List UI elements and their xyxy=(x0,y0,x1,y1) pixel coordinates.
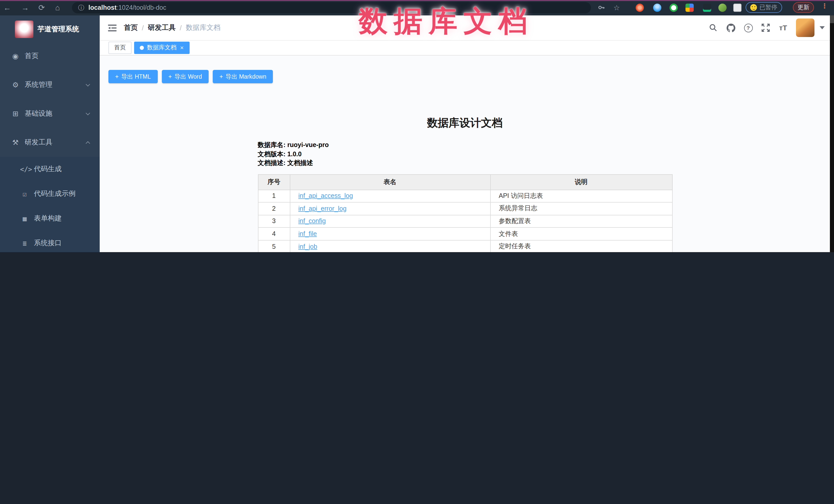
export-button-label: 导出 Word xyxy=(174,73,202,81)
export-button-导出 Word[interactable]: +导出 Word xyxy=(161,70,208,83)
puzzle-extension-icon[interactable] xyxy=(733,4,742,12)
table-name-link[interactable]: inf_job xyxy=(298,243,317,250)
row-index-cell: 1 xyxy=(258,190,290,202)
db-doc: 数据库设计文档 数据库名: ruoyi-vue-pro文档版本: 1.0.0文档… xyxy=(258,116,672,252)
sidebar-subitem-代码生成示例[interactable]: ☑代码生成示例 xyxy=(0,181,100,206)
table-row: 2inf_api_error_log系统异常日志 xyxy=(258,202,672,215)
help-icon[interactable]: ? xyxy=(740,23,757,32)
doc-meta-label: 数据库名: xyxy=(258,141,287,149)
sidebar-subitem-代码生成[interactable]: </>代码生成 xyxy=(0,157,100,181)
sidebar-menu: ◉首页⚙系统管理⊞基础设施⚒研发工具 xyxy=(0,42,100,157)
close-tab-icon[interactable]: × xyxy=(180,44,184,51)
font-size-icon[interactable]: тT xyxy=(774,24,792,32)
tags-view-bar: 首页数据库文档× xyxy=(100,40,830,56)
tab-label: 首页 xyxy=(114,44,126,51)
main-content: +导出 HTML+导出 Word+导出 Markdown 数据库设计文档 数据库… xyxy=(100,55,830,252)
fullscreen-icon[interactable] xyxy=(757,24,774,32)
plus-icon: + xyxy=(115,73,119,80)
doc-meta-line: 数据库名: ruoyi-vue-pro xyxy=(258,141,672,150)
site-info-icon[interactable]: ⓘ xyxy=(78,3,84,12)
page-scrollbar-thumb[interactable] xyxy=(830,23,834,252)
export-button-导出 HTML[interactable]: +导出 HTML xyxy=(108,70,157,83)
extension-icon[interactable] xyxy=(685,4,694,12)
table-name-link[interactable]: inf_config xyxy=(298,218,326,225)
table-name-cell: inf_file xyxy=(290,228,490,240)
doc-meta-label: 文档版本: xyxy=(258,150,287,157)
breadcrumb-separator: / xyxy=(142,24,144,31)
doc-meta: 数据库名: ruoyi-vue-pro文档版本: 1.0.0文档描述: 文档描述 xyxy=(258,141,672,168)
sidebar-subitem-label: 系统接口 xyxy=(34,239,62,248)
table-desc-cell: 文件表 xyxy=(490,228,672,240)
update-label: 更新 xyxy=(797,4,809,11)
table-name-link[interactable]: inf_file xyxy=(298,230,317,238)
sidebar-item-label: 基础设施 xyxy=(25,109,52,118)
paused-label: 已暂停 xyxy=(760,4,777,11)
doc-meta-value: 1.0.0 xyxy=(287,150,302,157)
breadcrumb-item: 数据库文档 xyxy=(186,23,220,32)
sidebar-submenu: </>代码生成☑代码生成示例▦表单构建≣系统接口▤数据库文档 xyxy=(0,157,100,252)
table-header-row: 序号表名说明 xyxy=(258,174,672,190)
sidebar-item-研发工具[interactable]: ⚒研发工具 xyxy=(0,128,100,157)
row-index-cell: 3 xyxy=(258,215,290,227)
tab-label: 数据库文档 xyxy=(147,44,176,51)
user-menu-caret-icon[interactable] xyxy=(819,26,825,29)
table-row: 3inf_config参数配置表 xyxy=(258,215,672,227)
app-logo-row[interactable]: 芋道管理系统 xyxy=(0,16,100,42)
breadcrumb-item[interactable]: 首页 xyxy=(124,23,138,32)
browser-chrome: ← → ⟳ ⌂ ⓘ localhost:1024/tool/db-doc ☆ 已… xyxy=(0,0,834,16)
bookmark-star-icon[interactable]: ☆ xyxy=(612,0,622,16)
sidebar-item-系统管理[interactable]: ⚙系统管理 xyxy=(0,70,100,99)
search-icon[interactable] xyxy=(704,24,722,32)
dashboard-icon: ◉ xyxy=(11,52,20,60)
sidebar-item-基础设施[interactable]: ⊞基础设施 xyxy=(0,99,100,128)
sidebar-subitem-label: 代码生成 xyxy=(34,165,62,174)
table-name-cell: inf_api_error_log xyxy=(290,202,490,215)
table-name-link[interactable]: inf_api_access_log xyxy=(298,193,353,200)
plus-icon: + xyxy=(168,73,172,80)
breadcrumb-item[interactable]: 研发工具 xyxy=(148,23,176,32)
github-icon[interactable] xyxy=(722,23,740,32)
row-index-cell: 4 xyxy=(258,228,290,240)
address-bar[interactable]: ⓘ localhost:1024/tool/db-doc xyxy=(72,2,591,13)
extension-icon[interactable] xyxy=(670,4,678,12)
badge-check-icon: ☑ xyxy=(20,190,29,198)
user-avatar[interactable] xyxy=(796,19,814,37)
chevron-down-icon xyxy=(86,82,90,86)
breadcrumb: 首页/研发工具/数据库文档 xyxy=(124,23,220,32)
navbar-actions: ? тT xyxy=(704,16,825,40)
chevron-up-icon xyxy=(86,141,90,146)
browser-menu-icon[interactable]: ⋮ xyxy=(821,4,823,8)
sidebar-subitem-表单构建[interactable]: ▦表单构建 xyxy=(0,206,100,231)
breadcrumb-separator: / xyxy=(180,24,182,31)
extension-icon[interactable] xyxy=(636,4,644,12)
browser-back-icon[interactable]: ← xyxy=(2,0,12,16)
paused-extension-badge[interactable]: 已暂停 xyxy=(746,2,782,13)
plus-icon: + xyxy=(219,73,223,80)
sidebar-item-label: 系统管理 xyxy=(25,80,52,89)
doc-meta-value: ruoyi-vue-pro xyxy=(287,141,329,149)
export-button-导出 Markdown[interactable]: +导出 Markdown xyxy=(213,70,273,83)
extension-icon[interactable] xyxy=(718,4,727,12)
tab-数据库文档[interactable]: 数据库文档× xyxy=(134,41,189,54)
browser-home-icon[interactable]: ⌂ xyxy=(52,0,63,16)
url-host: localhost xyxy=(88,4,117,11)
tool-icon: ⚒ xyxy=(11,138,20,147)
sidebar-collapse-icon[interactable] xyxy=(108,24,117,31)
infrastructure-icon: ⊞ xyxy=(11,109,20,118)
chrome-update-button[interactable]: 更新 xyxy=(793,2,814,13)
table-desc-cell: 系统异常日志 xyxy=(490,202,672,215)
password-key-icon[interactable] xyxy=(596,0,606,16)
sidebar-subitem-系统接口[interactable]: ≣系统接口 xyxy=(0,231,100,252)
tables-index-table: 序号表名说明 1inf_api_access_logAPI 访问日志表2inf_… xyxy=(258,174,673,252)
column-header: 表名 xyxy=(290,174,490,190)
browser-reload-icon[interactable]: ⟳ xyxy=(37,0,47,16)
extension-icon[interactable] xyxy=(703,4,711,12)
tab-首页[interactable]: 首页 xyxy=(108,41,132,54)
extension-icon[interactable] xyxy=(653,4,661,12)
browser-forward-icon[interactable]: → xyxy=(20,0,30,16)
table-name-link[interactable]: inf_api_error_log xyxy=(298,205,347,212)
sidebar-item-首页[interactable]: ◉首页 xyxy=(0,42,100,70)
screen: ← → ⟳ ⌂ ⓘ localhost:1024/tool/db-doc ☆ 已… xyxy=(0,0,834,252)
page-scrollbar[interactable] xyxy=(830,16,834,252)
export-button-label: 导出 HTML xyxy=(121,73,151,81)
